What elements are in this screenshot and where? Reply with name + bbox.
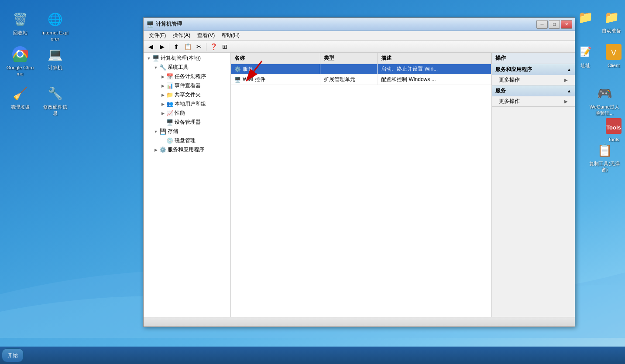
tree-performance[interactable]: ▶ 📈 性能 — [144, 109, 230, 118]
tree-shared-folders[interactable]: ▶ 📁 共享文件夹 — [144, 90, 230, 99]
toolbar-up[interactable]: ⬆ — [171, 42, 182, 51]
actions-more-2[interactable]: 更多操作 ▶ — [492, 96, 575, 106]
actions-header-services-apps[interactable]: 服务和应用程序 ▲ — [492, 64, 575, 75]
content-panel: 名称 类型 描述 ⚙️ 服务 启动、终止并设置 Win... — [231, 53, 492, 317]
tree-system-tools[interactable]: ▼ 🔧 系统工具 — [144, 63, 230, 72]
window-icon: 🖥️ — [146, 21, 153, 28]
tree-root[interactable]: ▼ 🖥️ 计算机管理(本地) — [144, 54, 230, 63]
desktop-icon-client[interactable]: V Client — [598, 41, 625, 70]
disk-management-label: 磁盘管理 — [175, 137, 196, 144]
menu-help[interactable]: 帮助(H) — [218, 31, 243, 40]
menu-file[interactable]: 文件(F) — [145, 31, 169, 40]
services-apps-expander: ▶ — [152, 146, 159, 153]
status-bar — [144, 317, 575, 327]
storage-label: 存储 — [168, 128, 178, 135]
maximize-button[interactable]: □ — [549, 20, 560, 29]
desktop-icon-recycle-bin[interactable]: 🗑️ 回收站 — [4, 9, 36, 37]
icon-label: WeGame过人脸验证... — [589, 104, 620, 116]
performance-icon: 📈 — [166, 110, 173, 117]
system-tools-expander: ▼ — [152, 64, 159, 71]
icon-label: Internet Explorer — [41, 30, 69, 42]
content-header: 名称 类型 描述 — [231, 53, 491, 64]
task-scheduler-expander: ▶ — [159, 73, 166, 80]
desktop-icon-copy-tool[interactable]: 📋 复制工具(无弹窗) — [587, 139, 622, 175]
actions-more-1[interactable]: 更多操作 ▶ — [492, 75, 575, 85]
desktop-icon-folder2[interactable]: 📁 自动准备 — [596, 7, 625, 35]
event-viewer-label: 事件查看器 — [175, 82, 201, 89]
icon-label: 清理垃圾 — [10, 104, 30, 110]
tree-device-manager[interactable]: ▶ 🖥️ 设备管理器 — [144, 118, 230, 127]
wmi-icon: 🖥️ — [234, 77, 241, 83]
menu-bar: 文件(F) 操作(A) 查看(V) 帮助(H) — [144, 31, 575, 41]
icon-label: Client — [608, 62, 620, 68]
svg-point-3 — [17, 51, 23, 57]
col-name[interactable]: 名称 — [231, 53, 320, 64]
col-desc[interactable]: 描述 — [378, 53, 491, 64]
submenu-arrow-2: ▶ — [564, 99, 568, 104]
computer-management-window: 🖥️ 计算机管理 ─ □ ✕ 文件(F) 操作(A) 查看(V) 帮助(H) ◀… — [143, 17, 575, 327]
close-button[interactable]: ✕ — [561, 20, 572, 29]
tree-local-users[interactable]: ▶ 👥 本地用户和组 — [144, 99, 230, 109]
desktop-icon-internet-explorer[interactable]: 🌐 Internet Explorer — [39, 9, 71, 44]
actions-header-services[interactable]: 服务 ▲ — [492, 85, 575, 96]
root-label: 计算机管理(本地) — [161, 54, 201, 62]
tree-event-viewer[interactable]: ▶ 📊 事件查看器 — [144, 81, 230, 90]
tree-panel: ▼ 🖥️ 计算机管理(本地) ▼ 🔧 系统工具 ▶ 📅 任务计划程序 ▶ 📊 事… — [144, 53, 231, 317]
actions-section-title-2: 服务 — [495, 87, 506, 95]
services-apps-label: 服务和应用程序 — [168, 146, 204, 153]
toolbar-back[interactable]: ◀ — [145, 42, 156, 51]
desktop-icon-google-chrome[interactable]: Google Chrome — [4, 44, 36, 79]
title-bar: 🖥️ 计算机管理 ─ □ ✕ — [144, 18, 575, 31]
tree-disk-management[interactable]: ▶ 💿 磁盘管理 — [144, 136, 230, 145]
services-icon: ⚙️ — [234, 66, 241, 72]
wmi-type: 扩展管理单元 — [324, 76, 355, 83]
icon-label: 自动准备 — [602, 27, 621, 34]
svg-text:Tools: Tools — [606, 124, 621, 131]
toolbar-export[interactable]: ✂ — [194, 42, 204, 51]
performance-label: 性能 — [175, 109, 185, 117]
tree-storage[interactable]: ▼ 💾 存储 — [144, 127, 230, 136]
tree-task-scheduler[interactable]: ▶ 📅 任务计划程序 — [144, 72, 230, 81]
event-viewer-expander: ▶ — [159, 82, 166, 89]
desktop-icon-clean[interactable]: 🧹 清理垃圾 — [4, 83, 36, 112]
local-users-icon: 👥 — [166, 101, 173, 108]
actions-collapse-arrow-1: ▲ — [567, 67, 571, 72]
tree-services-apps[interactable]: ▶ ⚙️ 服务和应用程序 — [144, 145, 230, 154]
actions-section-title-1: 服务和应用程序 — [495, 66, 532, 73]
actions-section-services-apps: 服务和应用程序 ▲ 更多操作 ▶ — [492, 64, 575, 85]
title-bar-buttons: ─ □ ✕ — [536, 20, 572, 29]
row-services[interactable]: ⚙️ 服务 启动、终止并设置 Win... — [231, 64, 491, 75]
desktop-icon-computer[interactable]: 💻 计算机 — [39, 44, 71, 72]
actions-title: 操作 — [492, 53, 575, 64]
main-content: ▼ 🖥️ 计算机管理(本地) ▼ 🔧 系统工具 ▶ 📅 任务计划程序 ▶ 📊 事… — [144, 53, 575, 317]
toolbar-properties[interactable]: ⊞ — [220, 42, 230, 51]
device-manager-icon: 🖥️ — [166, 119, 173, 126]
services-desc: 启动、终止并设置 Win... — [381, 65, 438, 73]
performance-expander: ▶ — [159, 110, 166, 117]
icon-label: 计算机 — [48, 65, 62, 71]
toolbar-show-hide[interactable]: 📋 — [182, 42, 193, 51]
minimize-button[interactable]: ─ — [536, 20, 548, 29]
shared-folders-expander: ▶ — [159, 92, 166, 99]
actions-panel: 操作 服务和应用程序 ▲ 更多操作 ▶ 服务 ▲ 更多操作 — [492, 53, 575, 317]
toolbar-sep2 — [206, 43, 206, 51]
start-button[interactable]: 开始 — [2, 348, 24, 362]
menu-view[interactable]: 查看(V) — [194, 31, 218, 40]
system-tools-label: 系统工具 — [168, 64, 189, 71]
storage-expander: ▼ — [152, 128, 159, 135]
desktop-icon-wegame[interactable]: 🎮 WeGame过人脸验证... — [587, 83, 622, 118]
local-users-expander: ▶ — [159, 101, 166, 108]
more-actions-label-2: 更多操作 — [499, 98, 520, 105]
wmi-name: WMI 控件 — [243, 76, 265, 83]
row-wmi-control[interactable]: 🖥️ WMI 控件 扩展管理单元 配置和控制 Windows ... — [231, 75, 491, 85]
device-manager-label: 设备管理器 — [175, 119, 201, 126]
desktop-icon-hardware[interactable]: 🔧 修改硬件信息 — [39, 83, 71, 118]
system-tools-icon: 🔧 — [159, 64, 166, 71]
icon-label: 复制工具(无弹窗) — [589, 160, 620, 173]
toolbar-help[interactable]: ❓ — [208, 42, 219, 51]
icon-label: Google Chrome — [6, 65, 34, 77]
menu-action[interactable]: 操作(A) — [169, 31, 194, 40]
col-type[interactable]: 类型 — [320, 53, 378, 64]
services-apps-icon: ⚙️ — [159, 146, 166, 153]
toolbar-forward[interactable]: ▶ — [157, 42, 167, 51]
